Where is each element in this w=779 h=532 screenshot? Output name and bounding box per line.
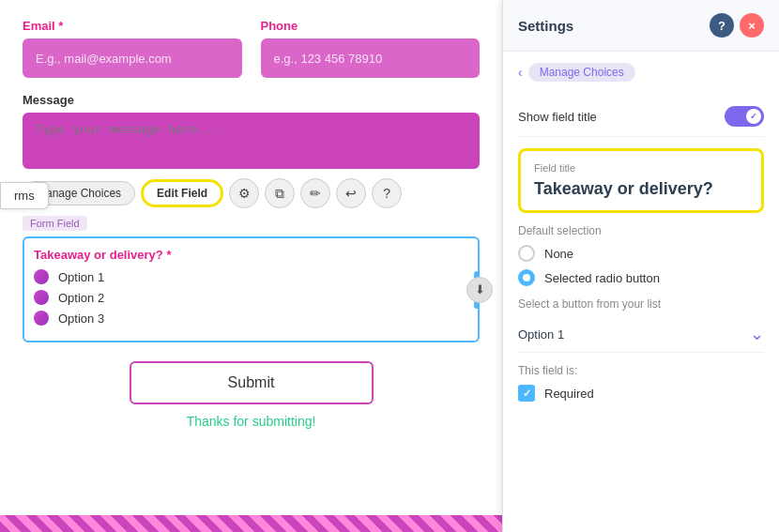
form-field-tag: Form Field xyxy=(23,216,87,231)
bottom-stripe xyxy=(0,515,502,532)
default-none-option[interactable]: None xyxy=(518,245,764,262)
field-title-section-label: Field title xyxy=(534,162,748,174)
radio-item-2[interactable]: Option 2 xyxy=(34,290,465,305)
radio-item-3[interactable]: Option 3 xyxy=(34,311,465,326)
required-checkbox[interactable]: ✓ xyxy=(518,385,535,402)
phone-group: Phone xyxy=(261,19,481,78)
required-checkbox-row[interactable]: ✓ Required xyxy=(518,385,764,402)
select-chevron-icon[interactable]: ⌄ xyxy=(750,324,764,344)
radio-dot-2 xyxy=(34,290,49,305)
default-selected-radio[interactable] xyxy=(518,269,535,286)
radio-group-required-star: * xyxy=(166,248,171,262)
select-value: Option 1 xyxy=(518,327,564,342)
manage-choices-sidebar-button[interactable]: rms xyxy=(0,182,49,209)
settings-icon-btn[interactable]: ⚙ xyxy=(229,178,259,208)
phone-label: Phone xyxy=(261,19,481,33)
default-selection-label: Default selection xyxy=(518,224,764,237)
settings-body: ‹ Manage Choices Show field title Field … xyxy=(503,52,779,532)
settings-header-buttons: ? × xyxy=(710,13,764,38)
email-phone-row: Email * Phone xyxy=(23,19,480,78)
radio-group-title: Takeaway or delivery? * xyxy=(34,248,465,262)
show-field-title-row: Show field title xyxy=(518,97,764,137)
toolbar: Manage Choices Edit Field ⚙ ⧉ ✏ ↩ ? xyxy=(23,178,480,208)
help-button[interactable]: ? xyxy=(710,13,734,38)
breadcrumb-tag[interactable]: Manage Choices xyxy=(528,63,635,82)
select-button-row: Option 1 ⌄ xyxy=(518,316,764,353)
download-btn[interactable]: ⬇ xyxy=(466,277,493,303)
radio-option-1-label: Option 1 xyxy=(58,270,104,284)
email-label: Email * xyxy=(23,19,242,33)
pencil-icon-btn[interactable]: ✏ xyxy=(300,178,330,208)
radio-dot-1 xyxy=(34,269,49,284)
email-required-star: * xyxy=(58,19,63,33)
radio-dot-3 xyxy=(34,311,49,326)
copy-icon-btn[interactable]: ⧉ xyxy=(265,178,295,208)
settings-panel: Settings ? × ‹ Manage Choices Show field… xyxy=(502,0,779,532)
submit-area: Submit Thanks for submitting! xyxy=(23,361,480,429)
undo-icon-btn[interactable]: ↩ xyxy=(336,178,366,208)
radio-group-title-text: Takeaway or delivery? xyxy=(34,248,163,262)
radio-group-wrapper: Takeaway or delivery? * Option 1 Option … xyxy=(23,236,480,342)
default-selected-option[interactable]: Selected radio button xyxy=(518,269,764,286)
message-textarea[interactable] xyxy=(23,113,480,169)
select-button-label: Select a button from your list xyxy=(518,297,764,311)
default-none-radio[interactable] xyxy=(518,245,535,262)
show-field-title-label: Show field title xyxy=(518,110,597,124)
message-label: Message xyxy=(23,93,480,107)
radio-item-1[interactable]: Option 1 xyxy=(34,269,465,284)
field-title-section: Field title Takeaway or delivery? xyxy=(518,148,764,213)
show-field-title-toggle[interactable] xyxy=(725,106,764,127)
submit-button[interactable]: Submit xyxy=(130,361,374,404)
email-input[interactable] xyxy=(23,38,242,78)
this-field-is-label: This field is: xyxy=(518,364,764,377)
form-area: Email * Phone Message Manage Choices Edi… xyxy=(0,0,502,532)
settings-header: Settings ? × xyxy=(503,0,779,52)
phone-label-text: Phone xyxy=(261,19,298,33)
email-label-text: Email xyxy=(23,19,55,33)
email-group: Email * xyxy=(23,19,242,78)
required-label: Required xyxy=(544,387,594,401)
default-selected-label: Selected radio button xyxy=(544,271,660,285)
form-field-tag-wrapper: Form Field xyxy=(23,214,480,233)
settings-title: Settings xyxy=(518,18,573,34)
breadcrumb-chevron-icon: ‹ xyxy=(518,65,523,80)
default-none-label: None xyxy=(544,247,573,261)
field-title-value: Takeaway or delivery? xyxy=(534,179,748,199)
edit-field-button[interactable]: Edit Field xyxy=(141,179,223,207)
help-icon-btn[interactable]: ? xyxy=(372,178,402,208)
thanks-text: Thanks for submitting! xyxy=(23,414,480,429)
phone-input[interactable] xyxy=(261,38,481,78)
radio-group-container: Takeaway or delivery? * Option 1 Option … xyxy=(23,236,480,342)
message-group: Message xyxy=(23,93,480,173)
close-button[interactable]: × xyxy=(740,13,764,38)
breadcrumb-bar: ‹ Manage Choices xyxy=(518,63,764,82)
radio-option-2-label: Option 2 xyxy=(58,291,104,305)
radio-option-3-label: Option 3 xyxy=(58,312,104,326)
